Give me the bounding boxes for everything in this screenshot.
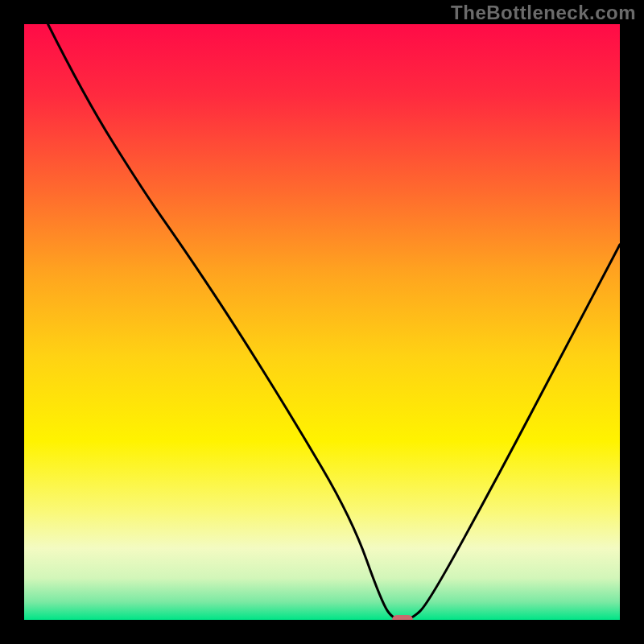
watermark-text: TheBottleneck.com bbox=[451, 2, 636, 24]
bottleneck-curve bbox=[24, 24, 620, 620]
plot-area bbox=[24, 24, 620, 620]
optimal-marker bbox=[392, 615, 413, 620]
chart-frame: TheBottleneck.com bbox=[0, 0, 644, 644]
